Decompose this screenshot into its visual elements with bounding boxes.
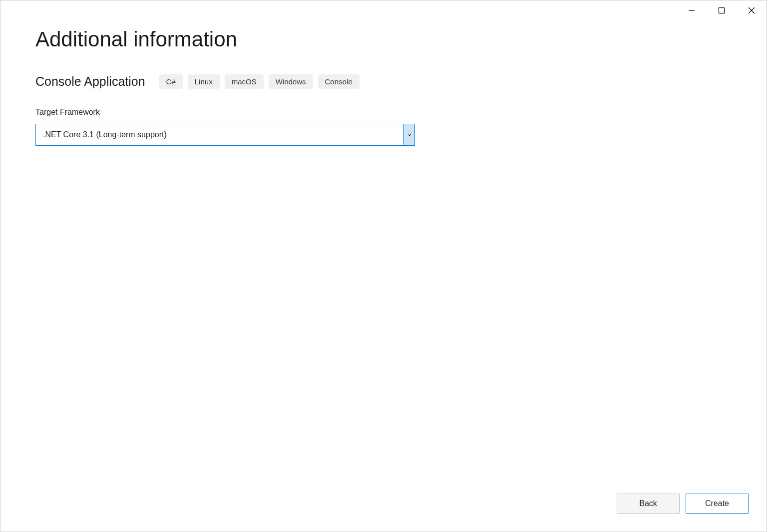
chevron-down-icon — [407, 133, 411, 136]
tag-csharp: C# — [159, 74, 183, 89]
back-button[interactable]: Back — [617, 494, 680, 514]
tag-windows: Windows — [269, 74, 313, 89]
project-info-row: Console Application C# Linux macOS Windo… — [35, 74, 732, 89]
project-tags: C# Linux macOS Windows Console — [159, 74, 360, 89]
minimize-button[interactable] — [677, 0, 707, 20]
maximize-button[interactable] — [707, 0, 737, 20]
project-type: Console Application — [35, 74, 145, 89]
tag-linux: Linux — [188, 74, 220, 89]
tag-macos: macOS — [225, 74, 264, 89]
target-framework-dropdown[interactable]: .NET Core 3.1 (Long-term support) — [35, 124, 415, 146]
minimize-icon — [688, 7, 695, 14]
footer-buttons: Back Create — [617, 494, 749, 514]
tag-console: Console — [318, 74, 360, 89]
close-button[interactable] — [737, 0, 767, 20]
create-button[interactable]: Create — [686, 494, 749, 514]
target-framework-label: Target Framework — [35, 108, 732, 117]
svg-rect-1 — [719, 8, 725, 13]
window-controls — [677, 0, 767, 20]
dropdown-arrow-button[interactable] — [403, 124, 414, 145]
page-title: Additional information — [35, 27, 732, 51]
target-framework-value: .NET Core 3.1 (Long-term support) — [36, 124, 403, 145]
content-area: Additional information Console Applicati… — [0, 0, 767, 146]
maximize-icon — [718, 7, 725, 14]
close-icon — [748, 7, 755, 14]
